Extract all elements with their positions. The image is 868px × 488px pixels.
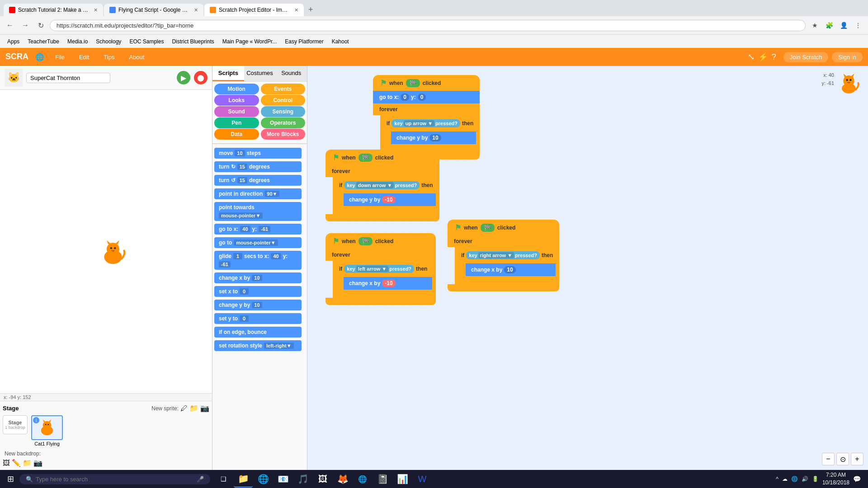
block-turn-cw[interactable]: turn ↻ 15 degrees: [214, 161, 302, 172]
onenote-btn[interactable]: 📓: [373, 470, 392, 488]
photos-btn[interactable]: 🖼: [313, 470, 332, 488]
menu-icon[interactable]: ⋮: [852, 19, 864, 32]
if-block-3[interactable]: if key left arrow ▼ pressed? then: [335, 263, 434, 275]
block-goto-pointer[interactable]: go to mouse-pointer▼: [214, 237, 302, 248]
block-change-y[interactable]: change y by 10: [214, 300, 302, 310]
bookmark-district[interactable]: District Blueprints: [168, 38, 217, 46]
backdrop-edit-btn[interactable]: ✏️: [12, 459, 21, 467]
menu-edit[interactable]: Edit: [75, 52, 93, 62]
forever-block-1[interactable]: forever: [373, 103, 480, 115]
block-point-towards[interactable]: point towards mouse-pointer▼: [214, 202, 302, 221]
tab-2[interactable]: Flying Cat Script - Google Docs ✕: [104, 4, 203, 16]
bookmark-eoc[interactable]: EOC Samples: [126, 38, 167, 46]
back-button[interactable]: ←: [4, 19, 16, 32]
globe-icon[interactable]: 🌐: [35, 53, 44, 61]
tab-costumes[interactable]: Costumes: [244, 66, 276, 81]
hat-block-4[interactable]: ⚑ when 🏁 clicked: [448, 220, 559, 235]
block-goto-xy[interactable]: go to x: 40 y: -61: [214, 224, 302, 235]
category-motion[interactable]: Motion: [214, 84, 259, 94]
firefox-btn[interactable]: 🦊: [333, 470, 352, 488]
join-scratch-button[interactable]: Join Scratch: [783, 52, 829, 62]
word-btn[interactable]: W: [413, 470, 432, 488]
explorer-btn[interactable]: 📁: [234, 470, 253, 488]
tab-1-close[interactable]: ✕: [94, 7, 98, 13]
change-y-10-block[interactable]: change y by 10: [391, 131, 476, 144]
fullscreen-btn[interactable]: ⤡: [748, 52, 755, 62]
block-direction-val[interactable]: 90▼: [264, 191, 279, 197]
category-pen[interactable]: Pen: [214, 117, 259, 128]
new-sprite-paint[interactable]: 🖊: [180, 404, 188, 413]
key-right-block[interactable]: key right arrow ▼ pressed?: [466, 251, 540, 259]
start-button[interactable]: ⊞: [4, 472, 18, 486]
zoom-in-btn[interactable]: +: [851, 453, 863, 465]
address-bar[interactable]: [50, 20, 806, 31]
bookmark-schoology[interactable]: Schoology: [92, 38, 125, 46]
category-looks[interactable]: Looks: [214, 95, 259, 106]
change-x-neg10-block[interactable]: change x by -10: [344, 277, 432, 290]
category-more[interactable]: More Blocks: [261, 129, 306, 140]
turbo-btn[interactable]: ⚡: [758, 52, 768, 62]
category-sensing[interactable]: Sensing: [261, 106, 306, 117]
notifications-btn[interactable]: 💬: [853, 475, 861, 483]
key-left-block[interactable]: key left arrow ▼ pressed?: [344, 265, 414, 273]
zoom-reset-btn[interactable]: ⊙: [836, 453, 849, 465]
zoom-out-btn[interactable]: −: [822, 453, 835, 465]
menu-tips[interactable]: Tips: [100, 52, 118, 62]
category-sound[interactable]: Sound: [214, 106, 259, 117]
menu-file[interactable]: File: [52, 52, 68, 62]
block-rotation-style[interactable]: set rotation style left-right▼: [214, 340, 302, 351]
sprite-info-icon[interactable]: i: [33, 417, 39, 423]
bookmark-apps[interactable]: Apps: [4, 38, 23, 46]
tab-1[interactable]: Scratch Tutorial 2: Make a Basic... ✕: [4, 4, 103, 16]
block-glide[interactable]: glide 1 secs to x: 40 y: -61: [214, 251, 302, 270]
stop-button[interactable]: ⬤: [194, 71, 208, 84]
hat-block-3[interactable]: ⚑ when 🏁 clicked: [326, 233, 436, 249]
taskbar-search[interactable]: 🔍 🎤: [19, 474, 210, 484]
block-change-x[interactable]: change x by 10: [214, 272, 302, 283]
new-tab-button[interactable]: +: [305, 3, 317, 16]
outlook-btn[interactable]: 📧: [274, 470, 292, 488]
sign-in-button[interactable]: Sign in: [832, 52, 863, 62]
bookmark-icon[interactable]: ★: [808, 19, 821, 32]
sprite-name-input[interactable]: [26, 73, 110, 83]
tab-scripts[interactable]: Scripts: [212, 66, 244, 81]
bookmark-easy[interactable]: Easy Platformer: [281, 38, 327, 46]
sprite-item-cat[interactable]: i Cat1 Flying: [31, 415, 63, 446]
block-towards-val[interactable]: mouse-pointer▼: [219, 212, 263, 219]
block-bounce[interactable]: if on edge, bounce: [214, 327, 302, 338]
taskview-btn[interactable]: ❑: [214, 470, 233, 488]
backdrop-paint-btn[interactable]: 🖼: [3, 459, 10, 467]
new-sprite-camera[interactable]: 📷: [200, 404, 209, 413]
block-goto-target[interactable]: mouse-pointer▼: [234, 239, 278, 246]
if-block-2[interactable]: if key down arrow ▼ pressed? then: [335, 179, 438, 192]
tab-sounds[interactable]: Sounds: [275, 66, 307, 81]
search-input[interactable]: [36, 476, 194, 483]
forever-block-3[interactable]: forever: [326, 249, 436, 261]
backdrop-upload-btn[interactable]: 📁: [23, 459, 32, 467]
category-events[interactable]: Events: [261, 84, 306, 94]
block-turn-ccw[interactable]: turn ↺ 15 degrees: [214, 175, 302, 186]
groove-btn[interactable]: 🎵: [293, 470, 312, 488]
category-control[interactable]: Control: [261, 95, 306, 106]
hat-block-2[interactable]: ⚑ when 🏁 clicked: [326, 150, 439, 165]
bookmark-mainpage[interactable]: Main Page « WordPr...: [219, 38, 281, 46]
block-goto-0-0[interactable]: go to x: 0 y: 0: [373, 91, 480, 103]
hat-block-1[interactable]: ⚑ when 🏁 clicked: [373, 75, 480, 91]
bookmark-media[interactable]: Media.io: [64, 38, 91, 46]
block-set-y[interactable]: set y to 0: [214, 313, 302, 324]
bookmark-kahoot[interactable]: Kahoot: [328, 38, 353, 46]
script-area-inner[interactable]: ⚑ when 🏁 clicked go to x: 0 y: 0 forever: [307, 66, 868, 470]
change-x-10-block[interactable]: change x by 10: [466, 263, 556, 276]
block-point-direction[interactable]: point in direction 90▼: [214, 188, 302, 199]
change-y-neg10-block[interactable]: change y by -10: [344, 193, 436, 206]
if-block-1[interactable]: if key up arrow ▼ pressed? then: [382, 117, 478, 130]
new-sprite-upload[interactable]: 📁: [189, 404, 198, 413]
chrome-btn[interactable]: 🌐: [353, 470, 372, 488]
forward-button[interactable]: →: [19, 19, 32, 32]
block-set-x[interactable]: set x to 0: [214, 286, 302, 297]
menu-about[interactable]: About: [125, 52, 148, 62]
help-btn[interactable]: ?: [772, 52, 776, 62]
edge-btn[interactable]: 🌐: [254, 470, 273, 488]
tray-show-hidden[interactable]: ^: [776, 476, 778, 482]
forever-block-2[interactable]: forever: [326, 165, 439, 177]
